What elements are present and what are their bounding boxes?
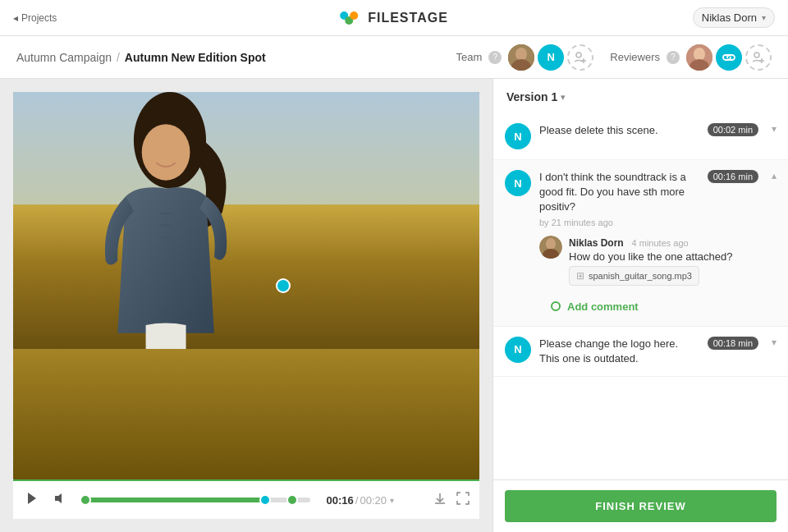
team-avatar-photo[interactable] (508, 44, 534, 71)
back-to-projects[interactable]: ◂ Projects (13, 12, 57, 24)
fullscreen-button[interactable] (456, 492, 470, 508)
svg-point-3 (576, 53, 581, 57)
comment-time-badge-2: 00:16 min (708, 170, 758, 183)
logo-text: FILESTAGE (368, 11, 448, 25)
team-avatars: N (508, 44, 593, 71)
svg-rect-16 (160, 213, 172, 214)
reviewers-label: Reviewers (610, 51, 660, 63)
comment-text-1: Please delete this scene. (539, 123, 699, 138)
video-area: 00:16 / 00:20 ▾ (0, 79, 492, 532)
svg-marker-20 (55, 493, 62, 503)
comment-text-3: Please change the logo here. This one is… (539, 337, 699, 366)
reviewer-link-avatar[interactable] (716, 44, 742, 71)
comment-header-2: N I don't think the soundtrack is a good… (505, 170, 777, 227)
add-comment-link[interactable]: Add comment (567, 300, 639, 313)
logo: FILESTAGE (340, 10, 448, 26)
current-time: 00:16 (327, 494, 354, 507)
comment-avatar-2: N (505, 170, 531, 196)
svg-point-24 (546, 238, 556, 250)
team-help-icon[interactable]: ? (488, 51, 502, 64)
volume-icon (54, 493, 66, 504)
team-avatar-n[interactable]: N (538, 44, 564, 71)
breadcrumb-separator: / (117, 51, 120, 64)
svg-rect-17 (160, 225, 172, 227)
time-chevron-icon: ▾ (390, 496, 394, 505)
video-controls: 00:16 / 00:20 ▾ (13, 479, 479, 519)
svg-marker-19 (28, 493, 36, 504)
nav-left: ◂ Projects (13, 12, 57, 24)
breadcrumb: Autumn Campaign / Autumn New Edition Spo… (16, 51, 266, 64)
reviewers-help-icon[interactable]: ? (667, 51, 680, 64)
top-nav: ◂ Projects FILESTAGE Niklas Dorn ▾ (0, 0, 788, 36)
svg-point-15 (142, 124, 190, 181)
svg-rect-13 (13, 204, 479, 349)
reviewers-section: Reviewers ? (610, 44, 772, 71)
reviewer-photo-svg (686, 44, 712, 71)
comment-avatar-3: N (505, 337, 531, 363)
finish-review-button[interactable]: FINISH REVIEW (505, 490, 777, 522)
add-comment-row: Add comment (505, 292, 777, 316)
progress-fill (85, 498, 265, 502)
attachment-badge[interactable]: ⊞ spanish_guitar_song.mp3 (569, 266, 699, 286)
comment-expand-2[interactable]: ▴ (772, 170, 777, 181)
video-container[interactable] (13, 92, 479, 479)
progress-dot-start[interactable] (80, 494, 91, 506)
user-menu[interactable]: Niklas Dorn ▾ (693, 7, 775, 28)
reply-item: Niklas Dorn 4 minutes ago How do you lik… (539, 236, 777, 286)
fullscreen-icon (456, 492, 470, 505)
avatar-photo-svg (508, 44, 534, 71)
progress-dot-comment2[interactable] (286, 494, 298, 506)
comment-body-1: Please delete this scene. (539, 123, 699, 138)
annotation-dot[interactable] (276, 278, 291, 293)
play-button[interactable] (23, 488, 41, 511)
reply-section: Niklas Dorn 4 minutes ago How do you lik… (505, 236, 777, 286)
svg-rect-18 (160, 236, 172, 238)
reply-avatar (539, 236, 562, 259)
comment-header: N Please delete this scene. 00:02 min ▾ (505, 123, 777, 149)
progress-bar[interactable] (85, 498, 310, 502)
comment-avatar-1: N (505, 123, 531, 149)
reviewer-avatar-photo[interactable] (686, 44, 712, 71)
download-button[interactable] (433, 492, 447, 508)
user-name: Niklas Dorn (702, 11, 757, 24)
video-person-svg (13, 92, 479, 349)
progress-dot-comment1[interactable] (259, 494, 271, 506)
comment-item[interactable]: N Please delete this scene. 00:02 min ▾ (493, 113, 788, 160)
add-team-member-button[interactable] (567, 44, 593, 71)
projects-link[interactable]: Projects (21, 12, 57, 24)
add-reviewer-button[interactable] (745, 44, 772, 71)
team-reviewers: Team ? N (456, 44, 772, 71)
comment-header-3: N Please change the logo here. This one … (505, 337, 777, 366)
main-content: 00:16 / 00:20 ▾ (0, 79, 788, 532)
comment-item-3[interactable]: N Please change the logo here. This one … (493, 327, 788, 377)
comment-expand-1[interactable]: ▾ (772, 123, 777, 135)
version-selector[interactable]: Version 1 ▾ (493, 90, 788, 113)
link-icon (722, 51, 735, 64)
version-chevron-icon[interactable]: ▾ (561, 92, 566, 103)
reply-content: Niklas Dorn 4 minutes ago How do you lik… (569, 236, 777, 286)
user-chevron-icon: ▾ (762, 13, 766, 22)
comment-text-2: I don't think the soundtrack is a good f… (539, 170, 699, 215)
breadcrumb-current: Autumn New Edition Spot (125, 51, 266, 64)
breadcrumb-parent[interactable]: Autumn Campaign (16, 51, 112, 64)
comment-time-badge-3: 00:18 min (708, 337, 758, 350)
svg-point-7 (694, 48, 705, 61)
reply-header: Niklas Dorn 4 minutes ago (569, 236, 777, 249)
comment-body-2: I don't think the soundtrack is a good f… (539, 170, 699, 227)
version-label: Version 1 (506, 90, 557, 103)
sidebar-scroll[interactable]: Version 1 ▾ N Please delete this scene. … (493, 79, 788, 479)
team-section: Team ? N (456, 44, 594, 71)
sidebar: Version 1 ▾ N Please delete this scene. … (492, 79, 788, 532)
mute-button[interactable] (51, 489, 69, 511)
finish-review-bar: FINISH REVIEW (493, 479, 788, 532)
comment-item-expanded[interactable]: N I don't think the soundtrack is a good… (493, 160, 788, 327)
attachment-icon: ⊞ (576, 270, 584, 282)
comment-expand-3[interactable]: ▾ (772, 337, 777, 348)
logo-icon (340, 10, 363, 26)
reply-time: 4 minutes ago (632, 238, 689, 248)
play-icon (26, 492, 38, 505)
attachment-filename: spanish_guitar_song.mp3 (589, 271, 692, 281)
add-reviewer-icon (753, 52, 764, 63)
total-time: 00:20 (360, 494, 387, 507)
comment-time-badge-1: 00:02 min (708, 123, 758, 136)
